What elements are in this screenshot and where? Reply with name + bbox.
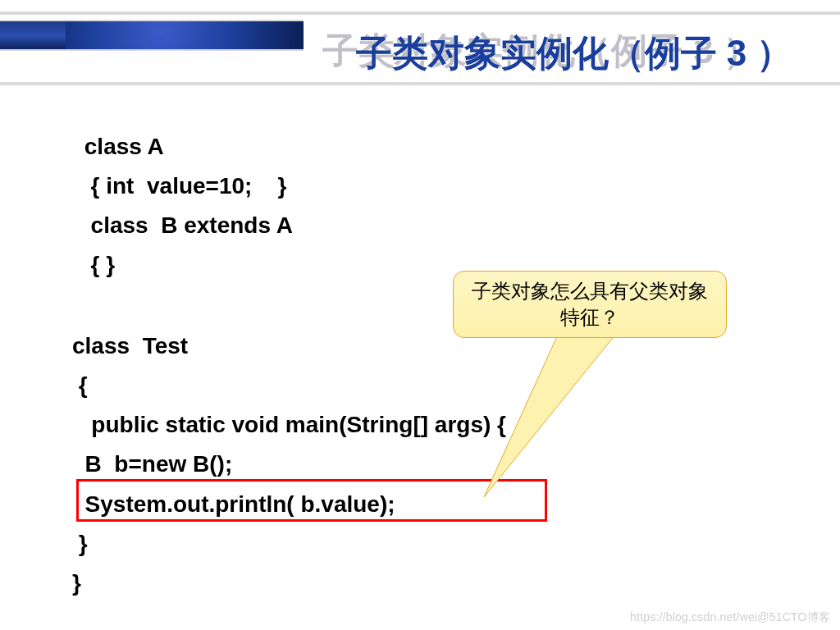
annotation-callout: 子类对象怎么具有父类对象 特征？ [453,271,727,338]
header-bar-right [66,20,304,51]
watermark-text: https://blog.csdn.net/wei@51CTO博客 [630,610,830,625]
svg-marker-0 [484,335,615,497]
callout-text-line1: 子类对象怎么具有父类对象 [472,278,708,304]
highlight-box [76,479,547,522]
code-block-test: class Test { public static void main(Str… [72,326,506,603]
slide-title-block: 子类对象实例化（例子 3 ） 子类对象实例化（例子 3 ） [320,25,829,82]
callout-tail [484,333,615,497]
header-bar-left [0,20,66,51]
code-block-classes: class A { int value=10; } class B extend… [78,127,734,285]
header-stripe-top [0,11,840,15]
slide-title: 子类对象实例化（例子 3 ） [356,30,793,78]
header-stripe-bottom [0,82,840,85]
callout-text-line2: 特征？ [560,304,619,331]
slide-header: 子类对象实例化（例子 3 ） 子类对象实例化（例子 3 ） [0,0,840,90]
